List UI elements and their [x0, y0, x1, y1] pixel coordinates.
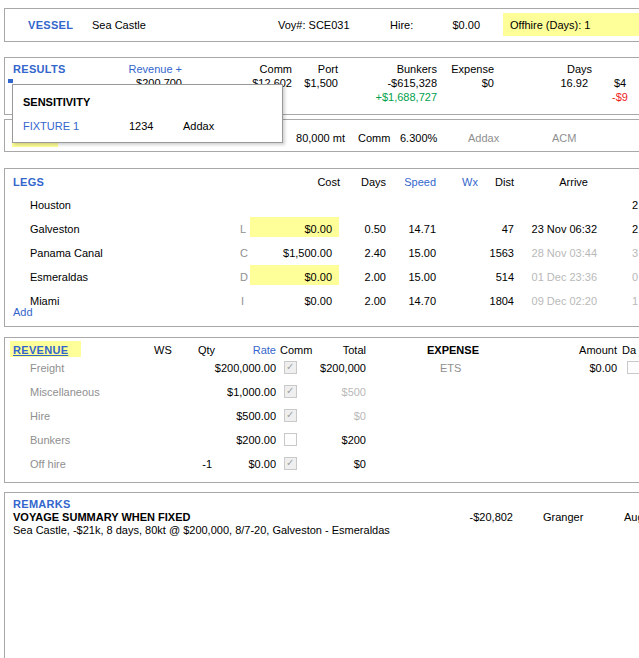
cargo-comm-label: Comm [358, 132, 390, 144]
results-port-value: $1,500 [278, 77, 338, 89]
revenue-label[interactable]: REVENUE [13, 344, 68, 356]
expense-header-amount: Amount [557, 344, 617, 356]
revenue-header-rate[interactable]: Rate [236, 344, 276, 356]
revenue-total-value: $200,000 [286, 362, 366, 374]
leg-dist-value: 1563 [469, 247, 514, 259]
leg-row-name[interactable]: Galveston [30, 223, 80, 235]
expense-row-name: ETS [440, 362, 461, 374]
remarks-body[interactable]: Sea Castle, -$21k, 8 days, 80kt @ $200,0… [13, 524, 390, 536]
hire-value[interactable]: $0.00 [420, 19, 480, 31]
leg-arrive-value: 09 Dec 02:20 [517, 295, 597, 307]
revenue-rate-value[interactable]: $1,000.00 [186, 386, 276, 398]
revenue-header-comm: Comm [280, 344, 312, 356]
add-leg-link[interactable]: Add [13, 306, 33, 318]
revenue-rate-value[interactable]: $200.00 [186, 434, 276, 446]
leg-cost-value[interactable]: $0.00 [262, 271, 332, 283]
results-bunkers-value: -$615,328 [357, 77, 437, 89]
revenue-rate-value[interactable]: $0.00 [186, 458, 276, 470]
results-label[interactable]: RESULTS [13, 63, 66, 75]
legs-header-speed[interactable]: Speed [386, 176, 436, 188]
leg-speed-value[interactable]: 15.00 [391, 271, 436, 283]
revenue-total-value: $500 [286, 386, 366, 398]
revenue-total-value: $200 [286, 434, 366, 446]
results-clipped-value-2: -$9 [612, 91, 628, 103]
expense-label[interactable]: EXPENSE [427, 344, 479, 356]
results-header-expense: Expense [424, 63, 494, 75]
remarks-author: Granger [543, 511, 583, 523]
leg-row-type: I [241, 295, 244, 307]
results-header-days: Days [532, 63, 592, 75]
vessel-name[interactable]: Sea Castle [92, 19, 146, 31]
leg-days-value: 2.00 [346, 295, 386, 307]
leg-days-value: 2.40 [346, 247, 386, 259]
revenue-rate-value[interactable]: $200,000.00 [186, 362, 276, 374]
expense-amount-value[interactable]: $0.00 [567, 362, 617, 374]
offhire-value[interactable]: Offhire (Days): 1 [510, 19, 591, 31]
cargo-charterer[interactable]: Addax [468, 132, 499, 144]
leg-speed-value[interactable]: 14.71 [391, 223, 436, 235]
fixture-link[interactable]: FIXTURE 1 [23, 120, 79, 132]
remarks-amount: -$20,802 [443, 511, 513, 523]
results-bunkers-gain-value: +$1,688,727 [347, 91, 437, 103]
leg-cost-value[interactable]: $0.00 [262, 223, 332, 235]
voyage-number: Voy#: SCE031 [278, 19, 350, 31]
leg-row-name[interactable]: Panama Canal [30, 247, 103, 259]
leg-row-name[interactable]: Miami [30, 295, 59, 307]
revenue-row-name: Off hire [30, 458, 66, 470]
cargo-quantity[interactable]: 80,000 mt [275, 132, 345, 144]
leg-row-type: D [240, 271, 248, 283]
leg-row-clipped: 2 [632, 199, 638, 211]
sensitivity-title: SENSITIVITY [23, 96, 90, 108]
leg-arrive-value: 23 Nov 06:32 [517, 223, 597, 235]
leg-days-value: 2.00 [346, 271, 386, 283]
revenue-rate-value[interactable]: $500.00 [186, 410, 276, 422]
results-header-revenue[interactable]: Revenue + [102, 63, 182, 75]
expense-checkbox[interactable] [627, 361, 639, 374]
results-clipped-value: $4 [614, 77, 626, 89]
results-days-value: 16.92 [538, 77, 588, 89]
revenue-row-name: Freight [30, 362, 64, 374]
results-clipped-link-fragment [8, 79, 13, 83]
results-header-port: Port [278, 63, 338, 75]
sensitivity-popup: SENSITIVITY FIXTURE 1 1234 Addax [12, 84, 283, 143]
leg-row-clipped: 3 [632, 247, 638, 259]
remarks-title: VOYAGE SUMMARY WHEN FIXED [13, 511, 190, 523]
remarks-date-clipped: Aug [624, 511, 639, 523]
leg-speed-value[interactable]: 14.70 [391, 295, 436, 307]
voyage-estimate-screen: VESSEL Sea Castle Voy#: SCE031 Hire: $0.… [0, 0, 639, 658]
legs-header-arrive: Arrive [528, 176, 588, 188]
leg-cost-value[interactable]: $1,500.00 [262, 247, 332, 259]
leg-row-clipped: 2 [632, 223, 638, 235]
leg-row-clipped: 0 [632, 271, 638, 283]
leg-dist-value: 514 [469, 271, 514, 283]
revenue-header-ws: WS [154, 344, 172, 356]
leg-row-type: L [240, 223, 246, 235]
leg-dist-value: 1804 [469, 295, 514, 307]
revenue-row-name: Bunkers [30, 434, 70, 446]
leg-dist-value: 47 [469, 223, 514, 235]
legs-header-dist: Dist [464, 176, 514, 188]
fixture-qty: 1234 [129, 120, 153, 132]
cargo-broker[interactable]: ACM [552, 132, 576, 144]
cargo-comm-value[interactable]: 6.300% [400, 132, 437, 144]
leg-row-name[interactable]: Houston [30, 199, 71, 211]
remarks-label[interactable]: REMARKS [13, 498, 71, 510]
revenue-row-name: Hire [30, 410, 50, 422]
fixture-party: Addax [183, 120, 214, 132]
leg-arrive-value: 01 Dec 23:36 [517, 271, 597, 283]
legs-header-days: Days [336, 176, 386, 188]
revenue-total-value: $0 [286, 410, 366, 422]
revenue-header-total: Total [316, 344, 366, 356]
leg-cost-value[interactable]: $0.00 [262, 295, 332, 307]
revenue-total-value: $0 [286, 458, 366, 470]
leg-row-type: C [240, 247, 248, 259]
leg-speed-value[interactable]: 15.00 [391, 247, 436, 259]
revenue-row-name: Miscellaneous [30, 386, 100, 398]
expense-header-clipped: Da [622, 344, 636, 356]
vessel-label[interactable]: VESSEL [28, 19, 73, 31]
legs-label[interactable]: LEGS [13, 176, 44, 188]
leg-days-value: 0.50 [346, 223, 386, 235]
leg-row-clipped: 1 [632, 295, 638, 307]
leg-arrive-value: 28 Nov 03:44 [517, 247, 597, 259]
leg-row-name[interactable]: Esmeraldas [30, 271, 88, 283]
